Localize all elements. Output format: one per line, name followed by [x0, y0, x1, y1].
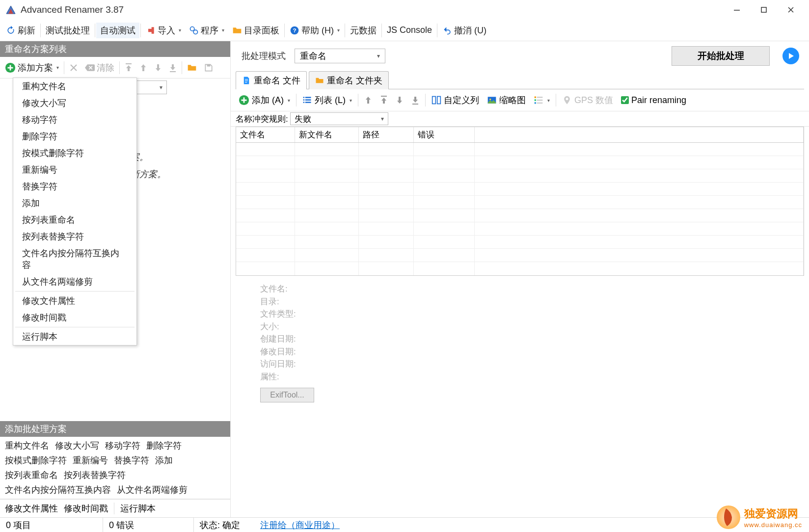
display-options-button[interactable]: ▾: [531, 93, 553, 107]
svg-rect-9: [207, 64, 211, 66]
menu-item[interactable]: 按列表替换字符: [13, 228, 136, 245]
folder-panel-button[interactable]: 目录面板: [228, 23, 283, 38]
gps-button[interactable]: GPS 数值: [559, 92, 616, 108]
pair-checkbox-input[interactable]: [621, 96, 629, 104]
thumbnails-button[interactable]: 缩略图: [484, 92, 529, 108]
menu-item[interactable]: 修改文件属性: [13, 293, 136, 309]
play-icon: [787, 53, 794, 59]
method-link[interactable]: 文件名内按分隔符互换内容: [5, 484, 111, 496]
start-batch-button[interactable]: 开始批处理: [672, 46, 770, 66]
tab-rename-files[interactable]: 重命名 文件: [236, 71, 307, 89]
clear-methods-button[interactable]: 清除: [82, 60, 117, 76]
detail-size: 大小:: [260, 320, 780, 333]
method-link[interactable]: 按列表替换字符: [64, 469, 126, 481]
import-button[interactable]: 导入▾: [142, 23, 185, 38]
undo-icon: [442, 26, 452, 35]
table-row: [236, 196, 804, 209]
method-link[interactable]: 从文件名两端修剪: [117, 484, 188, 496]
svg-rect-27: [537, 97, 543, 98]
metadata-button[interactable]: 元数据: [346, 23, 380, 38]
move-down-button[interactable]: [393, 94, 406, 106]
menu-item[interactable]: 文件名内按分隔符互换内容: [13, 245, 136, 273]
chevron-down-icon: ▾: [56, 65, 59, 70]
maximize-button[interactable]: [750, 0, 777, 20]
detail-modified: 修改日期:: [260, 346, 780, 358]
menu-item[interactable]: 移动字符: [13, 111, 136, 128]
svg-rect-20: [381, 96, 387, 97]
th-path[interactable]: 路径: [359, 127, 414, 142]
open-methods-button[interactable]: [184, 61, 200, 75]
svg-rect-22: [432, 97, 436, 104]
menu-item[interactable]: 运行脚本: [13, 328, 136, 345]
minimize-button[interactable]: [723, 0, 750, 20]
auto-test-button[interactable]: 自动测试: [96, 23, 139, 38]
add-batch-methods-panel: 添加批处理方案 重构文件名 修改大小写 移动字符 删除字符 按模式删除字符 重新…: [0, 421, 230, 517]
method-link[interactable]: 移动字符: [105, 440, 140, 452]
menu-item[interactable]: 重构文件名: [13, 78, 136, 95]
menu-item[interactable]: 从文件名两端修剪: [13, 273, 136, 290]
x-icon: [69, 63, 78, 72]
test-batch-button[interactable]: 测试批处理: [42, 23, 94, 38]
register-link[interactable]: 注册给（商业用途）: [250, 519, 340, 531]
move-down-button[interactable]: [151, 61, 165, 74]
method-link[interactable]: 按列表重命名: [5, 469, 58, 481]
menu-item[interactable]: 修改大小写: [13, 95, 136, 111]
move-top-button[interactable]: [377, 94, 391, 106]
method-link[interactable]: 重构文件名: [5, 440, 49, 452]
move-bottom-button[interactable]: [166, 61, 180, 74]
menu-item[interactable]: 添加: [13, 195, 136, 212]
method-link[interactable]: 修改文件属性: [5, 503, 58, 514]
tab-rename-folders[interactable]: 重命名 文件夹: [309, 71, 389, 89]
add-method-button[interactable]: 添加方案▾: [2, 60, 62, 76]
menu-item[interactable]: 重新编号: [13, 161, 136, 178]
exiftool-button[interactable]: ExifTool...: [260, 388, 314, 402]
plus-circle-icon: [5, 62, 16, 73]
list-button[interactable]: 列表 (L)▾: [299, 92, 355, 108]
th-blank[interactable]: [475, 127, 804, 142]
table-row: [236, 222, 804, 236]
th-filename[interactable]: 文件名: [236, 127, 295, 142]
batch-mode-select[interactable]: 重命名 ▾: [295, 49, 385, 63]
method-link[interactable]: 修改时间戳: [64, 503, 108, 514]
pin-icon: [562, 95, 572, 105]
conflict-rule-select[interactable]: 失败 ▾: [290, 112, 388, 125]
svg-point-25: [489, 99, 491, 100]
menu-item[interactable]: 删除字符: [13, 128, 136, 145]
method-link[interactable]: 删除字符: [146, 440, 182, 452]
close-button[interactable]: [777, 0, 804, 20]
refresh-button[interactable]: 刷新: [2, 23, 39, 38]
move-up-button[interactable]: [361, 94, 375, 106]
program-button[interactable]: 程序▾: [185, 23, 228, 38]
chevron-down-icon: ▾: [350, 98, 352, 103]
move-up-button[interactable]: [136, 61, 150, 74]
move-bottom-button[interactable]: [408, 94, 422, 106]
menu-item[interactable]: 按模式删除字符: [13, 145, 136, 161]
method-link[interactable]: 替换字符: [114, 454, 149, 466]
method-link[interactable]: 按模式删除字符: [5, 454, 67, 466]
chevron-down-icon: ▾: [179, 27, 181, 33]
batch-mode-label: 批处理模式: [242, 50, 286, 62]
pair-renaming-checkbox[interactable]: Pair renaming: [618, 93, 689, 107]
method-link[interactable]: 修改大小写: [55, 440, 99, 452]
delete-method-button[interactable]: [66, 61, 81, 74]
arrow-down-icon: [154, 63, 162, 72]
method-link[interactable]: 添加: [155, 454, 173, 466]
menu-item[interactable]: 替换字符: [13, 178, 136, 195]
method-link[interactable]: 重新编号: [73, 454, 108, 466]
js-console-button[interactable]: JS Console: [383, 23, 436, 37]
th-newname[interactable]: 新文件名: [295, 127, 359, 142]
menu-item[interactable]: 修改时间戳: [13, 309, 136, 326]
custom-columns-button[interactable]: 自定义列: [429, 92, 482, 108]
th-error[interactable]: 错误: [414, 127, 475, 142]
play-button[interactable]: [782, 48, 799, 64]
chevron-down-icon: ▾: [337, 27, 340, 33]
help-button[interactable]: ? 帮助 (H)▾: [286, 23, 344, 38]
undo-button[interactable]: 撤消 (U): [438, 23, 490, 38]
menu-item[interactable]: 按列表重命名: [13, 212, 136, 228]
move-top-button[interactable]: [122, 61, 135, 74]
table-row: [236, 249, 804, 262]
add-files-button[interactable]: 添加 (A)▾: [236, 92, 293, 108]
save-methods-button[interactable]: [201, 61, 216, 75]
method-link[interactable]: 运行脚本: [114, 503, 156, 514]
svg-rect-29: [537, 100, 543, 101]
